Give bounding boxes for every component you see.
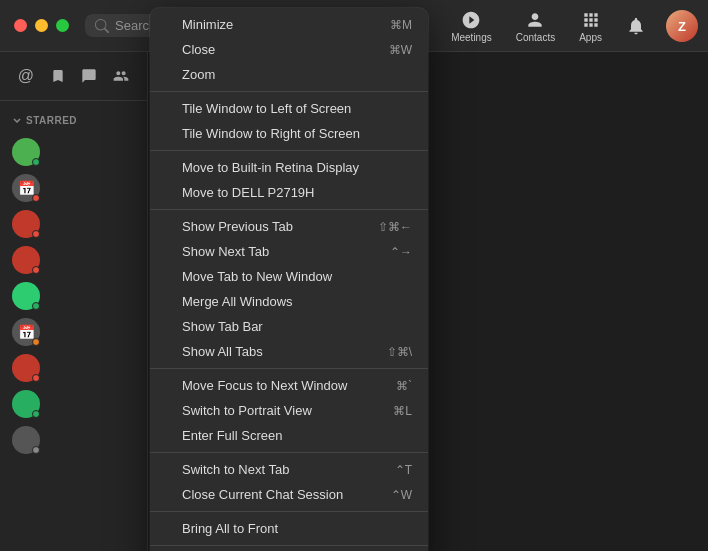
avatar-initial: Z bbox=[678, 19, 686, 34]
menu-shortcut: ⌘L bbox=[393, 404, 412, 418]
menu-item-zoom[interactable]: Zoom bbox=[150, 62, 428, 87]
avatar bbox=[12, 246, 40, 274]
traffic-lights bbox=[0, 19, 69, 32]
menu-divider bbox=[150, 368, 428, 369]
menu-item-show-next-tab[interactable]: Show Next Tab ⌃→ bbox=[150, 239, 428, 264]
window-menu: Minimize ⌘M Close ⌘W Zoom Tile Window to… bbox=[150, 8, 428, 551]
minimize-traffic-light[interactable] bbox=[35, 19, 48, 32]
sidebar-chat-icon[interactable] bbox=[75, 62, 103, 90]
menu-shortcut: ⌃→ bbox=[390, 245, 412, 259]
menu-shortcut: ⌘M bbox=[390, 18, 412, 32]
menu-item-full-screen[interactable]: Enter Full Screen bbox=[150, 423, 428, 448]
avatar bbox=[12, 426, 40, 454]
menu-item-minimize[interactable]: Minimize ⌘M bbox=[150, 12, 428, 37]
menu-shortcut: ⌃T bbox=[395, 463, 412, 477]
menu-item-merge-windows[interactable]: Merge All Windows bbox=[150, 289, 428, 314]
list-item[interactable] bbox=[12, 350, 135, 386]
avatar[interactable]: Z bbox=[666, 10, 698, 42]
menu-item-move-focus[interactable]: Move Focus to Next Window ⌘` bbox=[150, 373, 428, 398]
menu-item-label: Show Tab Bar bbox=[182, 319, 263, 334]
notification-nav[interactable] bbox=[616, 12, 656, 40]
menu-divider bbox=[150, 91, 428, 92]
menu-divider bbox=[150, 452, 428, 453]
menu-item-close[interactable]: Close ⌘W bbox=[150, 37, 428, 62]
menu-item-label: Move to DELL P2719H bbox=[182, 185, 314, 200]
menu-item-move-retina[interactable]: Move to Built-in Retina Display bbox=[150, 155, 428, 180]
menu-item-label: Close Current Chat Session bbox=[182, 487, 343, 502]
menu-item-label: Zoom bbox=[182, 67, 215, 82]
menu-item-label: Switch to Portrait View bbox=[182, 403, 312, 418]
sidebar-icons: @ bbox=[0, 62, 147, 101]
list-item[interactable] bbox=[12, 134, 135, 170]
avatar: 📅 bbox=[12, 174, 40, 202]
menu-item-tile-right[interactable]: Tile Window to Right of Screen bbox=[150, 121, 428, 146]
avatar bbox=[12, 282, 40, 310]
apps-icon bbox=[581, 10, 601, 30]
menu-item-label: Minimize bbox=[182, 17, 233, 32]
avatar bbox=[12, 210, 40, 238]
menu-shortcut: ⌘W bbox=[389, 43, 412, 57]
starred-label: STARRED bbox=[26, 115, 77, 126]
top-nav: Meetings Contacts Apps Z bbox=[441, 0, 708, 52]
menu-divider bbox=[150, 209, 428, 210]
menu-item-switch-next-tab[interactable]: Switch to Next Tab ⌃T bbox=[150, 457, 428, 482]
apps-nav[interactable]: Apps bbox=[569, 6, 612, 47]
menu-item-move-dell[interactable]: Move to DELL P2719H bbox=[150, 180, 428, 205]
menu-item-label: Merge All Windows bbox=[182, 294, 293, 309]
menu-divider bbox=[150, 511, 428, 512]
contacts-label: Contacts bbox=[516, 32, 555, 43]
meetings-label: Meetings bbox=[451, 32, 492, 43]
avatar bbox=[12, 354, 40, 382]
menu-shortcut: ⌃W bbox=[391, 488, 412, 502]
avatar: 📅 bbox=[12, 318, 40, 346]
chevron-down-icon bbox=[12, 116, 22, 126]
menu-item-label: Show Next Tab bbox=[182, 244, 269, 259]
sidebar-group-icon[interactable] bbox=[107, 62, 135, 90]
menu-item-label: Tile Window to Right of Screen bbox=[182, 126, 360, 141]
menu-item-show-tab-bar[interactable]: Show Tab Bar bbox=[150, 314, 428, 339]
menu-item-label: Enter Full Screen bbox=[182, 428, 282, 443]
menu-item-bring-front[interactable]: Bring All to Front bbox=[150, 516, 428, 541]
menu-divider bbox=[150, 545, 428, 546]
contacts-icon bbox=[525, 10, 545, 30]
sidebar-at-icon[interactable]: @ bbox=[12, 62, 40, 90]
menu-item-label: Bring All to Front bbox=[182, 521, 278, 536]
menu-item-show-prev-tab[interactable]: Show Previous Tab ⇧⌘← bbox=[150, 214, 428, 239]
menu-item-label: Show All Tabs bbox=[182, 344, 263, 359]
list-item[interactable] bbox=[12, 242, 135, 278]
menu-item-close-chat[interactable]: Close Current Chat Session ⌃W bbox=[150, 482, 428, 507]
list-item[interactable] bbox=[12, 422, 135, 458]
list-item[interactable] bbox=[12, 278, 135, 314]
menu-item-label: Move Tab to New Window bbox=[182, 269, 332, 284]
sidebar-bookmark-icon[interactable] bbox=[44, 62, 72, 90]
list-item[interactable]: 📅 bbox=[12, 170, 135, 206]
menu-divider bbox=[150, 150, 428, 151]
apps-label: Apps bbox=[579, 32, 602, 43]
menu-shortcut: ⇧⌘\ bbox=[387, 345, 412, 359]
menu-item-label: Switch to Next Tab bbox=[182, 462, 289, 477]
menu-item-label: Move to Built-in Retina Display bbox=[182, 160, 359, 175]
list-item[interactable] bbox=[12, 386, 135, 422]
menu-item-label: Move Focus to Next Window bbox=[182, 378, 347, 393]
menu-shortcut: ⇧⌘← bbox=[378, 220, 412, 234]
menu-item-show-all-tabs[interactable]: Show All Tabs ⇧⌘\ bbox=[150, 339, 428, 364]
starred-section: STARRED 📅 bbox=[0, 109, 147, 464]
menu-item-label: Show Previous Tab bbox=[182, 219, 293, 234]
menu-shortcut: ⌘` bbox=[396, 379, 412, 393]
maximize-traffic-light[interactable] bbox=[56, 19, 69, 32]
menu-item-move-tab-window[interactable]: Move Tab to New Window bbox=[150, 264, 428, 289]
avatar bbox=[12, 138, 40, 166]
starred-header: STARRED bbox=[12, 115, 135, 126]
contacts-nav[interactable]: Contacts bbox=[506, 6, 565, 47]
search-icon bbox=[95, 19, 109, 33]
list-item[interactable] bbox=[12, 206, 135, 242]
menu-item-portrait-view[interactable]: Switch to Portrait View ⌘L bbox=[150, 398, 428, 423]
menu-item-tile-left[interactable]: Tile Window to Left of Screen bbox=[150, 96, 428, 121]
meetings-icon bbox=[461, 10, 481, 30]
list-item[interactable]: 📅 bbox=[12, 314, 135, 350]
meetings-nav[interactable]: Meetings bbox=[441, 6, 502, 47]
sidebar: @ STARRED 📅 bbox=[0, 52, 148, 551]
close-traffic-light[interactable] bbox=[14, 19, 27, 32]
bell-icon bbox=[626, 16, 646, 36]
menu-item-label: Close bbox=[182, 42, 215, 57]
